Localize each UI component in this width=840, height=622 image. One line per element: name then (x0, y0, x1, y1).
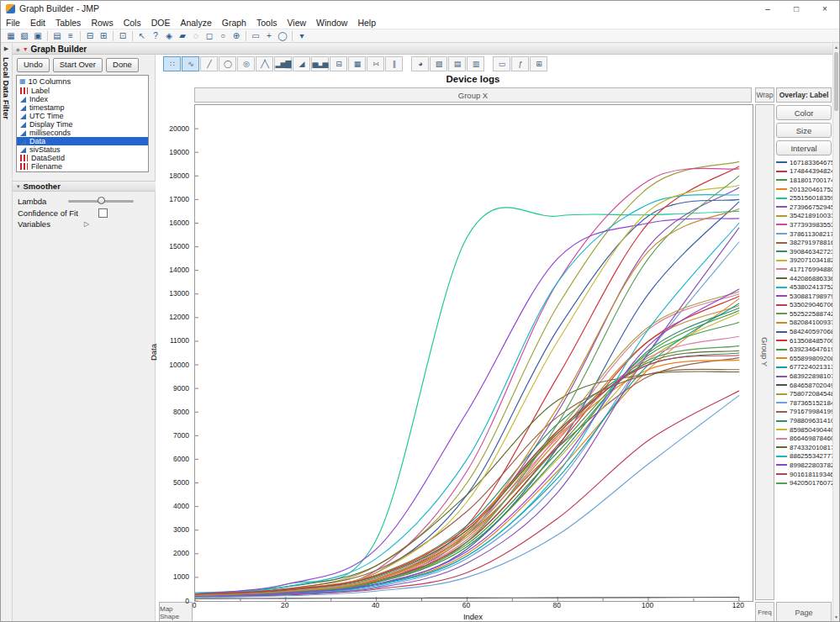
magnifier-tool-icon[interactable]: ○ (216, 30, 230, 42)
menu-rows[interactable]: Rows (86, 18, 118, 28)
column-item-label[interactable]: Label (17, 87, 148, 95)
graphtype-formula-icon[interactable]: ƒ (511, 56, 529, 71)
legend-item[interactable]: 273966752945 (776, 203, 833, 212)
freq-zone[interactable]: Freq (755, 602, 774, 621)
variables-disclosure-icon[interactable]: ▷ (84, 220, 89, 228)
graphtype-treemap-icon[interactable]: ▤ (448, 56, 466, 71)
undo-button[interactable]: Undo (17, 58, 50, 72)
annotate-tool-icon[interactable]: ▭ (249, 30, 262, 42)
legend-item[interactable]: 677224021313 (776, 363, 833, 372)
graphtype-area-icon[interactable]: ◢ (293, 56, 310, 71)
graphtype-smoother-icon[interactable]: ∿ (182, 56, 199, 71)
red-triangle-menu-icon[interactable]: ▼ (23, 46, 29, 52)
menu-analyze[interactable]: Analyze (175, 18, 216, 28)
graphtype-mosaic-icon[interactable]: ▥ (467, 56, 484, 71)
arrow-tool-icon[interactable]: ↖ (135, 30, 149, 42)
smoother-disclosure-icon[interactable]: ▾ (17, 183, 20, 190)
menu-file[interactable]: File (1, 18, 25, 28)
graphtype-line-of-fit-icon[interactable]: ╱ (200, 56, 218, 71)
graphtype-caption-box-icon[interactable]: ▭ (493, 56, 510, 71)
series-line[interactable] (195, 313, 739, 595)
column-item-display-time[interactable]: Display Time (17, 120, 148, 129)
page-zone[interactable]: Page (776, 602, 832, 621)
legend-item[interactable]: 684658702049 (776, 381, 833, 390)
menu-tables[interactable]: Tables (50, 18, 86, 28)
graphtype-parallel-icon[interactable]: ∥ (385, 56, 403, 71)
eraser-tool-icon[interactable]: ◻ (203, 30, 216, 42)
vertical-scrollbar[interactable]: ▲ ▼ (832, 44, 839, 621)
graph-builder-header[interactable]: ◆ ▼ Graph Builder (13, 44, 834, 55)
series-line[interactable] (195, 353, 739, 594)
legend-item[interactable]: 453802413752 (776, 282, 833, 292)
legend-item[interactable]: 354218910031 (776, 212, 833, 221)
graphtype-points-matrix-icon[interactable]: ∺ (367, 56, 384, 71)
column-item-index[interactable]: Index (17, 95, 148, 103)
legend-item[interactable]: 866469878460 (776, 434, 833, 443)
local-data-filter-strip[interactable]: ▶ Local Data Filter (1, 44, 13, 621)
y-axis[interactable]: 0100020003000400050006000700080009000100… (164, 104, 192, 600)
menu-window[interactable]: Window (311, 18, 352, 28)
legend-item[interactable]: 181801700174 (776, 176, 833, 185)
graphtype-ellipse-icon[interactable]: ◯ (219, 56, 236, 71)
legend-item[interactable]: 683922898107 (776, 372, 833, 381)
graphtype-histogram-icon[interactable]: ▅▂▅ (311, 56, 329, 71)
legend-item[interactable]: 899822803782 (776, 461, 833, 470)
maximize-button[interactable]: □ (782, 1, 811, 16)
graphtype-points-icon[interactable]: ∷ (163, 56, 181, 71)
menu-help[interactable]: Help (352, 18, 381, 28)
legend-item[interactable]: 530881798979 (776, 292, 833, 301)
legend-item[interactable]: 655899809208 (776, 354, 833, 363)
size-zone[interactable]: Size (776, 123, 832, 138)
series-line[interactable] (195, 308, 739, 596)
legend-item[interactable]: 798809631410 (776, 416, 833, 425)
menu-tools[interactable]: Tools (251, 18, 283, 28)
legend-item[interactable]: 167183364675 (776, 158, 833, 167)
legend-item[interactable]: 255156018359 (776, 193, 833, 203)
interval-zone[interactable]: Interval (776, 140, 832, 156)
column-item-milliseconds[interactable]: milliseconds (17, 129, 148, 137)
wrap-zone[interactable]: Wrap (755, 87, 774, 103)
done-button[interactable]: Done (106, 58, 139, 72)
legend-item[interactable]: 942050176072 (776, 478, 833, 488)
brush-tool-icon[interactable]: ▰ (176, 30, 189, 42)
group-y-zone[interactable]: Group Y (755, 104, 774, 600)
oval-tool-icon[interactable]: ◯ (276, 30, 289, 42)
legend-item[interactable]: 442086886336 (776, 274, 833, 283)
new-journal-icon[interactable]: ▤ (50, 30, 64, 42)
scroll-down-icon[interactable]: ▼ (833, 614, 839, 621)
legend-item[interactable]: 584240597068 (776, 327, 833, 336)
graphtype-tabulate-icon[interactable]: ⊞ (530, 56, 547, 71)
legend-item[interactable]: 886255342777 (776, 452, 833, 461)
legend-item[interactable]: 378611308217 (776, 229, 833, 239)
smoother-section-header[interactable]: ▾ Smoother (13, 181, 156, 192)
lasso-tool-icon[interactable]: ◌ (189, 30, 203, 42)
y-axis-title[interactable]: Data (149, 344, 158, 361)
series-line[interactable] (195, 358, 739, 595)
x-axis[interactable]: 020406080100120 (194, 601, 752, 609)
legend-item[interactable]: 787365152184 (776, 398, 833, 408)
legend-item[interactable]: 613508485700 (776, 336, 833, 345)
x-axis-title[interactable]: Index (194, 612, 752, 621)
graphtype-heatmap-icon[interactable]: ▦ (348, 56, 366, 71)
copy-icon[interactable]: ⊡ (116, 30, 129, 42)
column-item-filename[interactable]: Filename (17, 162, 148, 171)
graphtype-contour-icon[interactable]: ◎ (237, 56, 255, 71)
open-table-icon[interactable]: ▧ (18, 30, 31, 42)
column-item-sivstatus[interactable]: sivStatus (17, 145, 148, 154)
series-line[interactable] (195, 360, 739, 594)
legend-item[interactable]: 201320461752 (776, 185, 833, 194)
legend-item[interactable]: 791679984199 (776, 408, 833, 417)
legend-item[interactable]: 901618119346 (776, 470, 833, 479)
column-item-timestamp[interactable]: timestamp (17, 103, 148, 112)
help-tool-icon[interactable]: ? (149, 30, 162, 42)
crosshair-tool-icon[interactable]: + (262, 30, 276, 42)
lambda-slider[interactable] (68, 200, 134, 203)
overlay-header[interactable]: Overlay: Label (776, 87, 832, 103)
lambda-slider-thumb[interactable] (98, 197, 105, 204)
legend-item[interactable]: 758072084548 (776, 389, 833, 398)
legend-item[interactable]: 639234647619 (776, 345, 833, 354)
legend-item[interactable]: 377393983553 (776, 220, 833, 229)
series-line[interactable] (195, 208, 739, 594)
scrollbar-thumb[interactable] (834, 52, 838, 111)
legend-item[interactable]: 174844394824 (776, 167, 833, 177)
